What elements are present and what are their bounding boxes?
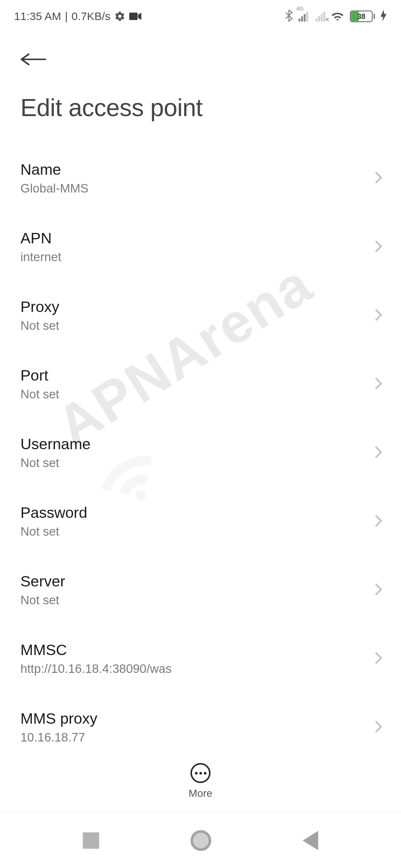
status-time: 11:35 AM — [14, 10, 61, 23]
setting-row-server[interactable]: Server Not set — [0, 556, 401, 624]
setting-label: Name — [20, 161, 88, 178]
setting-value: Not set — [20, 525, 87, 539]
nav-bar — [0, 812, 401, 868]
nav-home-button[interactable] — [190, 830, 211, 851]
setting-row-proxy[interactable]: Proxy Not set — [0, 281, 401, 350]
setting-label: Password — [20, 504, 87, 522]
chevron-right-icon — [374, 514, 382, 529]
setting-row-name[interactable]: Name Global-MMS — [0, 144, 401, 213]
setting-value: Not set — [20, 593, 65, 607]
back-button[interactable] — [20, 48, 46, 72]
more-button[interactable]: More — [0, 752, 401, 799]
camera-icon — [129, 12, 142, 21]
status-bar: 11:35 AM | 0.7KB/s 4G × — [0, 0, 401, 30]
chevron-right-icon — [374, 651, 382, 667]
chevron-right-icon — [374, 308, 382, 323]
setting-label: MMS proxy — [20, 710, 97, 727]
wifi-icon — [330, 10, 345, 23]
status-data-rate: 0.7KB/s — [72, 10, 111, 23]
setting-value: 10.16.18.77 — [20, 730, 97, 742]
setting-label: Port — [20, 367, 59, 384]
setting-label: Username — [20, 435, 91, 453]
more-label: More — [189, 788, 212, 799]
setting-value: Not set — [20, 319, 59, 333]
setting-value: internet — [20, 250, 61, 264]
nav-back-button[interactable] — [303, 831, 318, 850]
gear-icon — [114, 11, 125, 22]
signal-bars-2: × — [316, 11, 325, 22]
settings-list: Name Global-MMS APN internet Proxy Not s… — [0, 144, 401, 742]
page-title: Edit access point — [0, 83, 401, 144]
setting-value: Global-MMS — [20, 181, 88, 195]
setting-row-mms-proxy[interactable]: MMS proxy 10.16.18.77 — [0, 693, 401, 742]
chevron-right-icon — [374, 171, 382, 186]
setting-row-username[interactable]: Username Not set — [0, 418, 401, 487]
setting-label: Server — [20, 573, 65, 590]
signal-bars-1: 4G — [299, 11, 308, 22]
setting-row-apn[interactable]: APN internet — [0, 213, 401, 281]
chevron-right-icon — [374, 582, 382, 598]
nav-recents-button[interactable] — [83, 832, 99, 849]
chevron-right-icon — [374, 720, 382, 735]
setting-value: Not set — [20, 387, 59, 401]
svg-rect-0 — [129, 13, 138, 20]
chevron-right-icon — [374, 377, 382, 392]
setting-value: http://10.16.18.4:38090/was — [20, 662, 172, 676]
chevron-right-icon — [374, 239, 382, 255]
battery-percent: 38 — [351, 11, 372, 21]
status-right: 4G × 38 — [284, 9, 387, 23]
battery-icon: 38 — [350, 10, 375, 22]
bluetooth-icon — [284, 9, 293, 23]
setting-row-port[interactable]: Port Not set — [0, 350, 401, 418]
chevron-right-icon — [374, 445, 382, 461]
network-label: 4G — [296, 5, 304, 11]
setting-row-password[interactable]: Password Not set — [0, 487, 401, 556]
charging-icon — [380, 10, 387, 23]
status-left: 11:35 AM | 0.7KB/s — [14, 10, 142, 23]
setting-label: Proxy — [20, 298, 59, 316]
toolbar — [0, 30, 401, 83]
status-separator: | — [65, 10, 68, 23]
setting-label: APN — [20, 230, 61, 247]
setting-label: MMSC — [20, 641, 172, 659]
setting-row-mmsc[interactable]: MMSC http://10.16.18.4:38090/was — [0, 624, 401, 693]
more-icon — [190, 763, 211, 783]
setting-value: Not set — [20, 456, 91, 470]
